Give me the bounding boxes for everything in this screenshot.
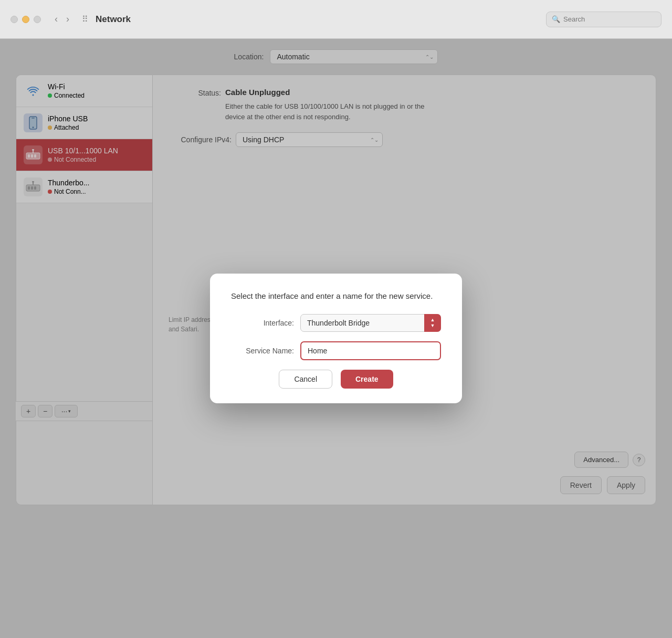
modal-create-button[interactable]: Create xyxy=(341,370,393,389)
grid-icon: ⠿ xyxy=(82,14,88,24)
modal-interface-wrapper: Thunderbolt Bridge ▲ ▼ xyxy=(300,314,441,332)
nav-buttons: ‹ › xyxy=(51,12,72,27)
modal-service-name-input[interactable] xyxy=(300,341,441,360)
new-service-modal: Select the interface and enter a name fo… xyxy=(210,274,462,403)
modal-stepper[interactable]: ▲ ▼ xyxy=(424,314,441,332)
modal-interface-select[interactable]: Thunderbolt Bridge xyxy=(300,314,441,332)
modal-interface-label: Interface: xyxy=(231,319,294,327)
maximize-button[interactable] xyxy=(34,16,41,23)
main-content: Location: Automatic Wi xyxy=(0,39,672,638)
traffic-lights xyxy=(10,16,41,23)
window-title: Network xyxy=(96,14,131,25)
close-button[interactable] xyxy=(10,16,18,23)
modal-service-name-row: Service Name: xyxy=(231,341,441,360)
search-icon: 🔍 xyxy=(552,15,560,23)
modal-cancel-button[interactable]: Cancel xyxy=(279,370,332,389)
back-button[interactable]: ‹ xyxy=(51,12,61,27)
modal-interface-row: Interface: Thunderbolt Bridge ▲ ▼ xyxy=(231,314,441,332)
titlebar: ‹ › ⠿ Network 🔍 xyxy=(0,0,672,39)
modal-buttons: Cancel Create xyxy=(231,370,441,389)
search-input[interactable] xyxy=(563,15,656,23)
forward-button[interactable]: › xyxy=(63,12,72,27)
modal-overlay: Select the interface and enter a name fo… xyxy=(0,39,672,638)
minimize-button[interactable] xyxy=(22,16,29,23)
modal-title: Select the interface and enter a name fo… xyxy=(231,290,441,301)
modal-service-name-label: Service Name: xyxy=(231,347,294,355)
search-box[interactable]: 🔍 xyxy=(546,12,662,27)
